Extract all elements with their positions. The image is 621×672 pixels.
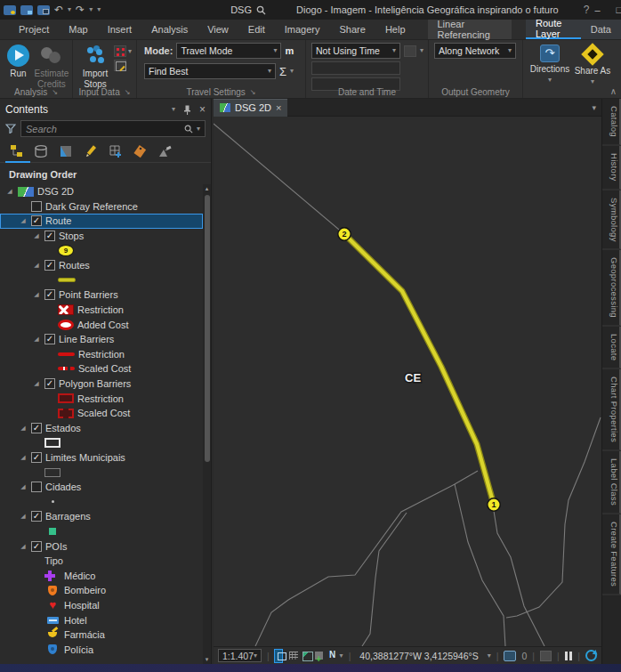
estimate-credits-button[interactable]: Estimate Credits [33,43,70,89]
legend-bombeiro[interactable]: Bombeiro [0,583,203,598]
ribbon-tab-map[interactable]: Map [59,20,97,39]
farmacia-symbol[interactable] [44,632,60,637]
list-by-visibility-icon[interactable] [59,144,75,159]
expander-icon[interactable]: ◢ [32,291,41,298]
legend-added-cost[interactable]: Added Cost [0,317,203,332]
expander-icon[interactable]: ◢ [19,454,28,461]
panel-tab-history[interactable]: History [602,146,621,190]
maximize-button[interactable]: □ [617,4,621,15]
redo-icon[interactable]: ↷ [76,4,85,15]
yline-symbol[interactable] [58,278,76,282]
legend-m-dico[interactable]: Médico [0,568,203,583]
layer-estados[interactable]: ◢✓Estados [0,421,203,436]
list-by-perspective-icon[interactable] [158,144,174,159]
contents-scrollbar[interactable]: ▴ ▾ [203,184,211,664]
close-map-tab-icon[interactable]: × [276,102,281,113]
mapthumb-symbol[interactable] [18,187,34,197]
map-scale-dropdown[interactable]: 1:1.407▾ [218,649,262,662]
panel-tab-create-features[interactable]: Create Features [602,514,621,595]
output-geometry-dropdown[interactable]: Along Network▾ [434,43,516,59]
medico-symbol[interactable] [44,571,60,581]
list-by-source-icon[interactable] [34,144,50,159]
expander-icon[interactable]: ◢ [19,543,28,550]
hospital-symbol[interactable] [44,600,60,610]
analysis-launcher-icon[interactable]: ↘ [52,88,58,96]
legend-dot[interactable] [0,494,203,509]
directions-button[interactable]: ↷ Directions ▾ [527,43,573,85]
layer-checkbox[interactable]: ✓ [31,423,42,433]
layer-checkbox[interactable]: ✓ [44,260,55,271]
legend-pol-cia[interactable]: Polícia [0,642,203,657]
map-stop-2[interactable]: 2 [338,228,351,240]
search-input[interactable] [26,124,181,134]
panel-tab-geoprocessing[interactable]: Geoprocessing [602,250,621,327]
ribbon-tab-edit[interactable]: Edit [238,20,275,39]
help-icon[interactable]: ? [584,4,590,15]
north-arrow-icon[interactable] [327,650,335,662]
ribbon-tab-imagery[interactable]: Imagery [275,20,330,39]
ribbon-tab-data[interactable]: Data [581,20,621,39]
travel-settings-launcher-icon[interactable]: ↘ [250,88,256,96]
panel-menu-icon[interactable]: ▾ [172,106,175,113]
legend-yline[interactable] [0,273,203,288]
route-line[interactable] [344,234,494,505]
tab-list-icon[interactable]: ▾ [592,103,601,112]
redline-symbol[interactable] [58,352,75,356]
select-features-icon[interactable] [301,650,309,662]
refresh-icon[interactable] [585,650,597,661]
run-button[interactable]: Run [4,43,33,89]
legend-farm-cia[interactable]: Farmácia [0,627,203,643]
map-stop-1[interactable]: 1 [488,498,500,511]
list-by-labeling-icon[interactable] [133,144,149,159]
layer-checkbox[interactable]: ✓ [44,334,55,344]
expander-icon[interactable]: ◢ [32,232,41,239]
expander-icon[interactable]: ◢ [32,262,41,269]
collapse-ribbon-icon[interactable]: ∧ [610,86,617,96]
undo-dropdown-icon[interactable]: ▾ [68,6,71,13]
hotel-symbol[interactable] [44,617,60,624]
layer-checkbox[interactable]: ✓ [31,452,42,463]
scroll-up-icon[interactable]: ▴ [203,185,211,192]
expander-icon[interactable]: ◢ [19,513,28,520]
gsq-symbol[interactable] [44,468,60,477]
legend-stopcircle[interactable] [0,243,203,258]
layer-checkbox[interactable] [31,201,42,212]
expander-icon[interactable]: ◢ [19,483,28,490]
open-project-icon[interactable] [20,5,33,15]
coordinates-dropdown-icon[interactable]: ▾ [488,652,491,660]
legend-hotel[interactable]: Hotel [0,612,203,627]
policia-symbol[interactable] [44,644,60,654]
scroll-down-icon[interactable]: ▾ [203,656,211,663]
layer-stops[interactable]: ◢✓Stops [0,229,203,244]
add-data-icon[interactable] [313,650,321,662]
ribbon-tab-analysis[interactable]: Analysis [141,20,198,39]
travel-mode-dropdown[interactable]: Travel Mode▾ [176,43,281,59]
legend-gsq[interactable] [0,465,203,480]
explore-tool-icon[interactable] [275,650,283,662]
legend-teal[interactable] [0,524,203,539]
filter-icon[interactable] [5,124,16,134]
redx-symbol[interactable] [58,304,74,315]
ribbon-tab-project[interactable]: Project [9,20,59,39]
teal-symbol[interactable] [49,528,56,535]
layer-checkbox[interactable]: ✓ [31,541,42,552]
ribbon-tab-linear-referencing[interactable]: Linear Referencing [428,20,512,39]
panel-tab-label-class[interactable]: Label Class [602,451,621,514]
layer-barragens[interactable]: ◢✓Barragens [0,509,203,524]
expander-icon[interactable]: ◢ [19,425,28,432]
edit-input-icon[interactable] [114,60,126,71]
search-icon[interactable] [184,125,193,134]
snapping-icon[interactable] [540,651,552,661]
scrollbar-thumb[interactable] [205,195,210,462]
layer-checkbox[interactable]: ✓ [44,289,55,300]
map-tab-dsg-2d[interactable]: DSG 2D × [214,99,287,117]
expander-icon[interactable]: ◢ [5,188,14,195]
layer-limites-municipais[interactable]: ◢✓Limites Municipais [0,450,203,466]
import-barriers-icon[interactable] [114,45,126,57]
bombeiro-symbol[interactable] [44,586,60,595]
layer-polygon-barriers[interactable]: ◢✓Polygon Barriers [0,376,203,392]
panel-tab-locate[interactable]: Locate [602,327,621,369]
ribbon-tab-route-layer[interactable]: Route Layer [526,20,581,39]
north-arrow-dropdown-icon[interactable]: ▾ [340,652,343,660]
legend-restriction[interactable]: Restriction [0,303,203,318]
